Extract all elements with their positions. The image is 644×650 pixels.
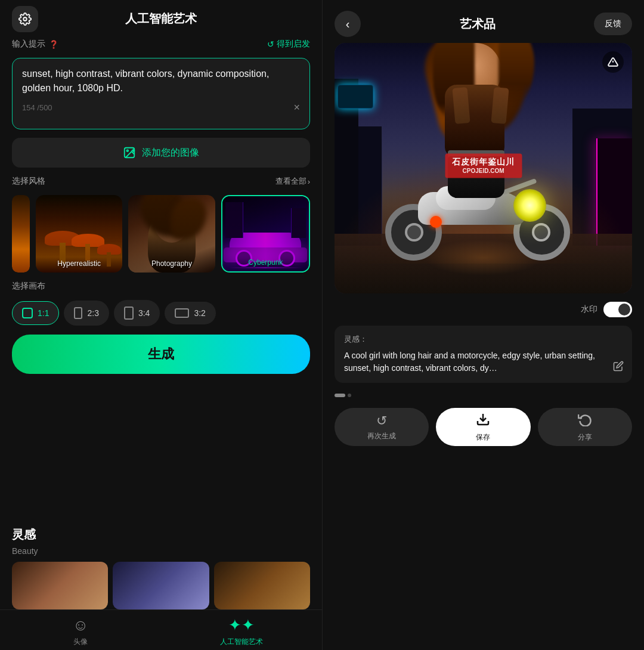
chevron-left-icon: ‹ bbox=[346, 17, 350, 31]
save-button[interactable]: 保存 bbox=[436, 408, 530, 446]
prompt-footer: 154 /500 × bbox=[22, 101, 300, 114]
left-panel: 人工智能艺术 输入提示 ❓ ↺ 得到启发 sunset, high contra… bbox=[0, 0, 322, 650]
bottom-nav: ☺ 头像 ✦✦ 人工智能艺术 bbox=[0, 609, 322, 650]
style-section-header: 选择风格 查看全部 › bbox=[12, 176, 310, 187]
style-item-cyberpunk[interactable]: Cyberpunk bbox=[221, 195, 310, 273]
inspiration-box-label: 灵感： bbox=[344, 334, 623, 345]
canvas-label-3-2: 3:2 bbox=[194, 308, 205, 318]
inspire-link[interactable]: ↺ 得到启发 bbox=[267, 39, 310, 49]
style-item-partial[interactable] bbox=[12, 195, 30, 273]
generated-image: 石皮街年鉴山川 CPOJEID.COM bbox=[335, 43, 632, 293]
style-item-photography[interactable]: Photography bbox=[128, 195, 215, 273]
clear-button[interactable]: × bbox=[293, 101, 300, 114]
canvas-icon-portrait-tall bbox=[124, 307, 134, 320]
regenerate-label: 再次生成 bbox=[367, 431, 396, 441]
inspiration-thumb-1[interactable] bbox=[12, 562, 108, 609]
page-title: 人工智能艺术 bbox=[125, 11, 197, 27]
view-all-link[interactable]: 查看全部 › bbox=[275, 176, 310, 187]
canvas-label-2-3: 2:3 bbox=[87, 308, 98, 318]
nav-label-avatar: 头像 bbox=[73, 637, 88, 647]
dots-indicator bbox=[335, 391, 632, 400]
watermark-text: CPOJEID.COM bbox=[452, 168, 515, 174]
canvas-options: 1:1 2:3 3:4 3:2 bbox=[12, 300, 310, 326]
inspiration-thumb-2[interactable] bbox=[113, 562, 209, 609]
inspiration-box: 灵感： A cool girl with long hair and a mot… bbox=[335, 326, 632, 383]
prompt-label-row: 输入提示 ❓ ↺ 得到启发 bbox=[12, 39, 310, 49]
nav-item-ai-art[interactable]: ✦✦ 人工智能艺术 bbox=[161, 616, 322, 647]
prompt-text[interactable]: sunset, high contrast, vibrant colors, d… bbox=[22, 67, 300, 95]
alert-icon[interactable] bbox=[602, 51, 624, 73]
settings-button[interactable] bbox=[12, 6, 38, 32]
inspiration-subtitle: Beauty bbox=[12, 546, 310, 556]
chevron-right-icon: › bbox=[308, 177, 310, 186]
canvas-option-1-1[interactable]: 1:1 bbox=[12, 301, 59, 325]
artwork-title: 艺术品 bbox=[460, 16, 496, 32]
add-image-button[interactable]: 添加您的图像 bbox=[12, 138, 310, 168]
right-content: 石皮街年鉴山川 CPOJEID.COM 水印 灵感： A cool girl bbox=[323, 43, 644, 650]
add-image-label: 添加您的图像 bbox=[142, 147, 199, 159]
canvas-label: 选择画布 bbox=[12, 281, 45, 292]
prompt-box: sunset, high contrast, vibrant colors, d… bbox=[12, 58, 310, 129]
inspiration-title: 灵感 bbox=[12, 527, 310, 543]
canvas-option-3-2[interactable]: 3:2 bbox=[165, 302, 215, 324]
watermark-toggle[interactable] bbox=[603, 302, 632, 317]
canvas-option-3-4[interactable]: 3:4 bbox=[114, 300, 160, 326]
canvas-label-3-4: 3:4 bbox=[138, 308, 150, 318]
watermark-label: 水印 bbox=[581, 304, 597, 315]
toggle-thumb bbox=[618, 304, 630, 315]
style-label-cyberpunk: Cyberpunk bbox=[222, 258, 309, 267]
canvas-option-2-3[interactable]: 2:3 bbox=[64, 301, 109, 326]
char-count: 154 /500 bbox=[22, 103, 52, 112]
style-label: 选择风格 bbox=[12, 176, 45, 187]
inspiration-box-text: A cool girl with long hair and a motorcy… bbox=[344, 349, 623, 374]
canvas-icon-square bbox=[22, 308, 33, 318]
right-panel: ‹ 艺术品 反馈 bbox=[322, 0, 644, 650]
generate-button[interactable]: 生成 bbox=[12, 335, 310, 374]
save-icon bbox=[476, 412, 490, 430]
watermark-row: 水印 bbox=[335, 302, 632, 317]
style-item-hyperrealistic[interactable]: Hyperrealistic bbox=[36, 195, 122, 273]
left-content: 输入提示 ❓ ↺ 得到启发 sunset, high contrast, vib… bbox=[0, 33, 322, 527]
feedback-button[interactable]: 反馈 bbox=[594, 13, 632, 35]
canvas-icon-landscape bbox=[175, 308, 189, 318]
inspiration-thumbnails bbox=[12, 562, 310, 609]
canvas-label-1-1: 1:1 bbox=[38, 308, 49, 318]
help-icon: ❓ bbox=[49, 40, 58, 49]
save-label: 保存 bbox=[476, 432, 490, 442]
ai-art-nav-icon: ✦✦ bbox=[228, 616, 255, 634]
svg-point-0 bbox=[23, 17, 27, 21]
dot-1 bbox=[348, 394, 351, 397]
nav-item-avatar[interactable]: ☺ 头像 bbox=[0, 616, 161, 647]
canvas-icon-portrait bbox=[74, 307, 82, 319]
regenerate-icon: ↺ bbox=[376, 413, 387, 429]
share-label: 分享 bbox=[578, 432, 592, 442]
style-grid: Hyperrealistic Photography bbox=[12, 195, 310, 273]
watermark-overlay: 石皮街年鉴山川 CPOJEID.COM bbox=[445, 153, 522, 178]
prompt-label: 输入提示 ❓ bbox=[12, 39, 58, 49]
style-label-photography: Photography bbox=[128, 259, 215, 268]
share-button[interactable]: 分享 bbox=[538, 408, 632, 446]
share-icon bbox=[578, 412, 592, 430]
inspiration-section: 灵感 Beauty bbox=[0, 527, 322, 609]
svg-point-2 bbox=[126, 150, 128, 151]
regenerate-button[interactable]: ↺ 再次生成 bbox=[335, 408, 429, 446]
avatar-nav-icon: ☺ bbox=[73, 616, 89, 634]
action-row: ↺ 再次生成 保存 bbox=[335, 408, 632, 458]
style-label-hyperrealistic: Hyperrealistic bbox=[36, 259, 122, 268]
right-header: ‹ 艺术品 反馈 bbox=[323, 0, 644, 43]
canvas-section-header: 选择画布 bbox=[12, 281, 310, 292]
dot-active bbox=[335, 394, 345, 397]
left-header: 人工智能艺术 bbox=[0, 0, 322, 33]
inspiration-thumb-3[interactable] bbox=[214, 562, 310, 609]
edit-icon[interactable] bbox=[613, 361, 624, 374]
back-button[interactable]: ‹ bbox=[335, 11, 361, 37]
nav-label-ai-art: 人工智能艺术 bbox=[220, 637, 263, 647]
